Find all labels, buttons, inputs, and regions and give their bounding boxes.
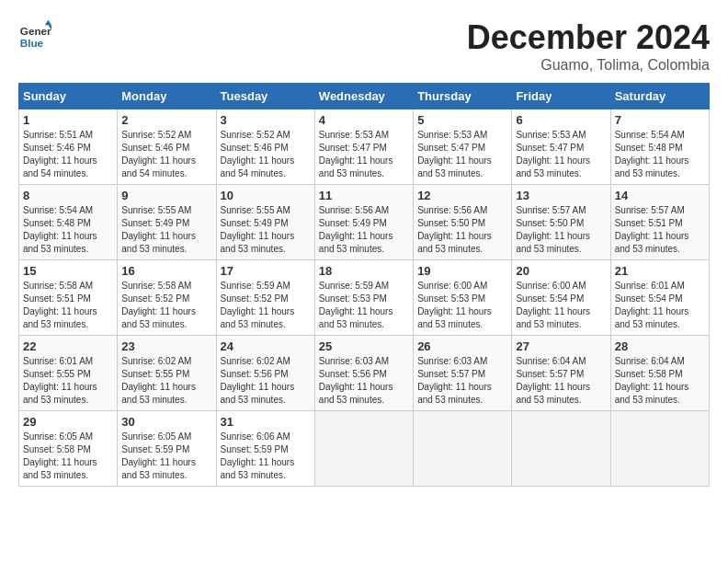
day-info: Sunrise: 5:56 AMSunset: 5:49 PMDaylight:… [319,205,393,254]
day-info: Sunrise: 5:59 AMSunset: 5:52 PMDaylight:… [221,281,295,329]
calendar-cell: 15 Sunrise: 5:58 AMSunset: 5:51 PMDaylig… [19,260,118,336]
calendar-cell: 18 Sunrise: 5:59 AMSunset: 5:53 PMDaylig… [314,260,413,336]
day-number: 11 [319,189,409,202]
calendar-header-row: SundayMondayTuesdayWednesdayThursdayFrid… [19,84,710,109]
calendar-week-row: 8 Sunrise: 5:54 AMSunset: 5:48 PMDayligh… [19,185,710,260]
calendar-cell: 16 Sunrise: 5:58 AMSunset: 5:52 PMDaylig… [118,260,216,336]
header-thursday: Thursday [414,84,512,109]
day-number: 15 [23,264,113,278]
day-number: 17 [221,264,311,278]
day-info: Sunrise: 6:02 AMSunset: 5:56 PMDaylight:… [221,356,295,405]
calendar-cell: 5 Sunrise: 5:53 AMSunset: 5:47 PMDayligh… [414,109,512,185]
day-number: 2 [121,113,211,127]
calendar-cell: 9 Sunrise: 5:55 AMSunset: 5:49 PMDayligh… [118,185,216,260]
day-info: Sunrise: 5:55 AMSunset: 5:49 PMDaylight:… [121,205,196,254]
calendar-cell: 31 Sunrise: 6:06 AMSunset: 5:59 PMDaylig… [216,411,314,487]
day-number: 20 [516,264,606,278]
calendar-cell: 4 Sunrise: 5:53 AMSunset: 5:47 PMDayligh… [314,109,413,185]
day-info: Sunrise: 5:59 AMSunset: 5:53 PMDaylight:… [319,281,393,329]
svg-marker-2 [45,20,51,25]
day-number: 29 [23,415,113,429]
day-info: Sunrise: 6:05 AMSunset: 5:59 PMDaylight:… [121,431,196,480]
day-info: Sunrise: 6:05 AMSunset: 5:58 PMDaylight:… [23,431,97,480]
day-number: 4 [319,113,409,127]
calendar-cell: 30 Sunrise: 6:05 AMSunset: 5:59 PMDaylig… [118,411,216,487]
day-number: 19 [417,264,507,278]
day-info: Sunrise: 5:53 AMSunset: 5:47 PMDaylight:… [516,130,590,178]
calendar-cell: 27 Sunrise: 6:04 AMSunset: 5:57 PMDaylig… [512,336,610,411]
header-sunday: Sunday [19,84,118,109]
calendar-cell: 1 Sunrise: 5:51 AMSunset: 5:46 PMDayligh… [19,109,118,185]
day-number: 5 [417,113,507,127]
day-number: 26 [417,339,507,353]
day-number: 7 [615,113,705,127]
day-info: Sunrise: 6:02 AMSunset: 5:55 PMDaylight:… [121,356,196,405]
calendar-cell: 7 Sunrise: 5:54 AMSunset: 5:48 PMDayligh… [610,109,709,185]
day-info: Sunrise: 6:04 AMSunset: 5:57 PMDaylight:… [516,356,590,405]
calendar-cell: 13 Sunrise: 5:57 AMSunset: 5:50 PMDaylig… [512,185,610,260]
calendar-cell: 20 Sunrise: 6:00 AMSunset: 5:54 PMDaylig… [512,260,610,336]
calendar-cell: 2 Sunrise: 5:52 AMSunset: 5:46 PMDayligh… [118,109,216,185]
day-number: 18 [319,264,409,278]
calendar-cell: 26 Sunrise: 6:03 AMSunset: 5:57 PMDaylig… [414,336,512,411]
calendar-cell: 25 Sunrise: 6:03 AMSunset: 5:56 PMDaylig… [314,336,413,411]
day-number: 10 [221,189,311,202]
day-info: Sunrise: 5:53 AMSunset: 5:47 PMDaylight:… [319,130,393,178]
day-info: Sunrise: 5:56 AMSunset: 5:50 PMDaylight:… [417,205,492,254]
calendar-cell: 19 Sunrise: 6:00 AMSunset: 5:53 PMDaylig… [414,260,512,336]
header-friday: Friday [512,84,610,109]
day-number: 22 [23,339,113,353]
day-number: 16 [121,264,211,278]
calendar-week-row: 22 Sunrise: 6:01 AMSunset: 5:55 PMDaylig… [19,336,710,411]
day-number: 31 [221,415,311,429]
header-wednesday: Wednesday [314,84,413,109]
day-info: Sunrise: 6:01 AMSunset: 5:54 PMDaylight:… [615,281,689,329]
day-info: Sunrise: 6:00 AMSunset: 5:53 PMDaylight:… [417,281,492,329]
calendar-body: 1 Sunrise: 5:51 AMSunset: 5:46 PMDayligh… [19,109,710,487]
day-number: 24 [221,339,311,353]
day-info: Sunrise: 6:00 AMSunset: 5:54 PMDaylight:… [516,281,590,329]
day-number: 28 [615,339,705,353]
day-info: Sunrise: 5:58 AMSunset: 5:51 PMDaylight:… [23,281,97,329]
calendar-week-row: 1 Sunrise: 5:51 AMSunset: 5:46 PMDayligh… [19,109,710,185]
day-number: 8 [23,189,113,202]
calendar-cell: 28 Sunrise: 6:04 AMSunset: 5:58 PMDaylig… [610,336,709,411]
calendar-cell: 8 Sunrise: 5:54 AMSunset: 5:48 PMDayligh… [19,185,118,260]
day-info: Sunrise: 5:53 AMSunset: 5:47 PMDaylight:… [417,130,492,178]
day-info: Sunrise: 5:52 AMSunset: 5:46 PMDaylight:… [221,130,295,178]
day-number: 25 [319,339,409,353]
calendar-cell: 14 Sunrise: 5:57 AMSunset: 5:51 PMDaylig… [610,185,709,260]
calendar-cell [314,411,413,487]
calendar-week-row: 15 Sunrise: 5:58 AMSunset: 5:51 PMDaylig… [19,260,710,336]
day-info: Sunrise: 5:51 AMSunset: 5:46 PMDaylight:… [23,130,97,178]
calendar-cell: 12 Sunrise: 5:56 AMSunset: 5:50 PMDaylig… [414,185,512,260]
calendar-cell: 23 Sunrise: 6:02 AMSunset: 5:55 PMDaylig… [118,336,216,411]
svg-text:General: General [20,25,51,37]
calendar-cell [610,411,709,487]
logo: General Blue [18,18,51,52]
day-info: Sunrise: 5:52 AMSunset: 5:46 PMDaylight:… [121,130,196,178]
day-number: 6 [516,113,606,127]
calendar-cell: 11 Sunrise: 5:56 AMSunset: 5:49 PMDaylig… [314,185,413,260]
calendar-cell: 21 Sunrise: 6:01 AMSunset: 5:54 PMDaylig… [610,260,709,336]
day-info: Sunrise: 6:03 AMSunset: 5:57 PMDaylight:… [417,356,492,405]
calendar-cell: 22 Sunrise: 6:01 AMSunset: 5:55 PMDaylig… [19,336,118,411]
calendar-cell: 6 Sunrise: 5:53 AMSunset: 5:47 PMDayligh… [512,109,610,185]
page-header: General Blue December 2024 Guamo, Tolima… [18,18,710,74]
day-info: Sunrise: 5:54 AMSunset: 5:48 PMDaylight:… [615,130,689,178]
svg-text:Blue: Blue [20,37,44,49]
day-info: Sunrise: 5:58 AMSunset: 5:52 PMDaylight:… [121,281,196,329]
day-number: 3 [221,113,311,127]
day-info: Sunrise: 6:04 AMSunset: 5:58 PMDaylight:… [615,356,689,405]
calendar-cell [414,411,512,487]
logo-icon: General Blue [18,18,51,52]
title-area: December 2024 Guamo, Tolima, Colombia [467,18,710,74]
day-number: 13 [516,189,606,202]
header-saturday: Saturday [610,84,709,109]
calendar-cell: 3 Sunrise: 5:52 AMSunset: 5:46 PMDayligh… [216,109,314,185]
header-tuesday: Tuesday [216,84,314,109]
month-title: December 2024 [467,18,710,57]
calendar-cell: 29 Sunrise: 6:05 AMSunset: 5:58 PMDaylig… [19,411,118,487]
calendar-table: SundayMondayTuesdayWednesdayThursdayFrid… [18,83,710,487]
calendar-cell: 17 Sunrise: 5:59 AMSunset: 5:52 PMDaylig… [216,260,314,336]
